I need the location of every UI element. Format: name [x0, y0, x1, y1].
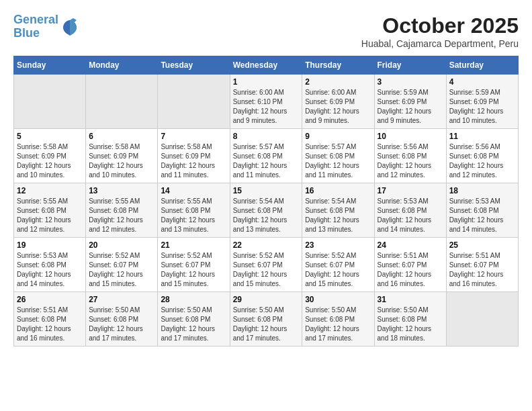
- weekday-header-monday: Monday: [86, 56, 158, 75]
- calendar-cell: 19Sunrise: 5:53 AM Sunset: 6:08 PM Dayli…: [14, 238, 86, 292]
- calendar-cell: 9Sunrise: 5:57 AM Sunset: 6:08 PM Daylig…: [302, 129, 374, 183]
- calendar-cell: 18Sunrise: 5:53 AM Sunset: 6:08 PM Dayli…: [446, 183, 518, 238]
- calendar-cell: 4Sunrise: 5:59 AM Sunset: 6:09 PM Daylig…: [446, 75, 518, 129]
- calendar-cell: 2Sunrise: 6:00 AM Sunset: 6:09 PM Daylig…: [302, 75, 374, 129]
- weekday-header-saturday: Saturday: [446, 56, 518, 75]
- day-number: 5: [17, 132, 83, 141]
- day-number: 27: [89, 295, 154, 304]
- calendar-cell: [446, 292, 518, 347]
- calendar-cell: 23Sunrise: 5:52 AM Sunset: 6:07 PM Dayli…: [302, 238, 374, 292]
- day-info: Sunrise: 5:54 AM Sunset: 6:08 PM Dayligh…: [305, 197, 371, 234]
- page-header: GeneralBlue October 2025 Huabal, Cajamar…: [13, 13, 519, 49]
- day-info: Sunrise: 5:55 AM Sunset: 6:08 PM Dayligh…: [89, 197, 154, 234]
- day-number: 8: [233, 132, 300, 141]
- day-number: 22: [233, 240, 300, 250]
- day-info: Sunrise: 5:50 AM Sunset: 6:08 PM Dayligh…: [233, 306, 300, 343]
- calendar-cell: 14Sunrise: 5:55 AM Sunset: 6:08 PM Dayli…: [158, 183, 230, 238]
- day-info: Sunrise: 5:50 AM Sunset: 6:08 PM Dayligh…: [89, 306, 154, 343]
- day-info: Sunrise: 5:50 AM Sunset: 6:08 PM Dayligh…: [378, 306, 443, 343]
- day-number: 21: [161, 240, 226, 250]
- week-row-1: 1Sunrise: 6:00 AM Sunset: 6:10 PM Daylig…: [14, 75, 519, 129]
- day-number: 16: [305, 186, 371, 195]
- week-row-2: 5Sunrise: 5:58 AM Sunset: 6:09 PM Daylig…: [14, 129, 519, 183]
- calendar-cell: 10Sunrise: 5:56 AM Sunset: 6:08 PM Dayli…: [374, 129, 446, 183]
- weekday-header-tuesday: Tuesday: [158, 56, 230, 75]
- day-info: Sunrise: 6:00 AM Sunset: 6:09 PM Dayligh…: [305, 88, 371, 126]
- day-info: Sunrise: 5:53 AM Sunset: 6:08 PM Dayligh…: [17, 251, 83, 289]
- day-info: Sunrise: 5:53 AM Sunset: 6:08 PM Dayligh…: [449, 197, 515, 234]
- logo: GeneralBlue: [13, 13, 80, 40]
- calendar-cell: 26Sunrise: 5:51 AM Sunset: 6:08 PM Dayli…: [14, 292, 86, 347]
- day-info: Sunrise: 5:56 AM Sunset: 6:08 PM Dayligh…: [449, 142, 515, 180]
- day-number: 10: [378, 132, 443, 141]
- location: Huabal, Cajamarca Department, Peru: [361, 38, 519, 49]
- day-info: Sunrise: 5:52 AM Sunset: 6:07 PM Dayligh…: [161, 251, 226, 289]
- day-number: 9: [305, 132, 371, 141]
- day-number: 12: [17, 186, 83, 195]
- logo-icon: [60, 17, 80, 37]
- day-number: 14: [161, 186, 226, 195]
- day-info: Sunrise: 5:58 AM Sunset: 6:09 PM Dayligh…: [17, 142, 83, 180]
- calendar-cell: 12Sunrise: 5:55 AM Sunset: 6:08 PM Dayli…: [14, 183, 86, 238]
- day-info: Sunrise: 5:56 AM Sunset: 6:08 PM Dayligh…: [378, 142, 443, 180]
- calendar-cell: [14, 75, 86, 129]
- weekday-header-sunday: Sunday: [14, 56, 86, 75]
- day-number: 26: [17, 295, 83, 304]
- weekday-header-row: SundayMondayTuesdayWednesdayThursdayFrid…: [14, 56, 519, 75]
- week-row-4: 19Sunrise: 5:53 AM Sunset: 6:08 PM Dayli…: [14, 238, 519, 292]
- day-info: Sunrise: 6:00 AM Sunset: 6:10 PM Dayligh…: [233, 88, 300, 126]
- calendar-cell: 31Sunrise: 5:50 AM Sunset: 6:08 PM Dayli…: [374, 292, 446, 347]
- day-number: 13: [89, 186, 154, 195]
- calendar-cell: 21Sunrise: 5:52 AM Sunset: 6:07 PM Dayli…: [158, 238, 230, 292]
- calendar-cell: 3Sunrise: 5:59 AM Sunset: 6:09 PM Daylig…: [374, 75, 446, 129]
- day-info: Sunrise: 5:50 AM Sunset: 6:08 PM Dayligh…: [161, 306, 226, 343]
- calendar-cell: 30Sunrise: 5:50 AM Sunset: 6:08 PM Dayli…: [302, 292, 374, 347]
- day-info: Sunrise: 5:55 AM Sunset: 6:08 PM Dayligh…: [17, 197, 83, 234]
- day-info: Sunrise: 5:51 AM Sunset: 6:07 PM Dayligh…: [449, 251, 515, 289]
- calendar-cell: 1Sunrise: 6:00 AM Sunset: 6:10 PM Daylig…: [230, 75, 302, 129]
- day-number: 11: [449, 132, 515, 141]
- day-info: Sunrise: 5:53 AM Sunset: 6:08 PM Dayligh…: [378, 197, 443, 234]
- day-number: 3: [378, 77, 443, 87]
- day-number: 4: [449, 77, 515, 87]
- day-number: 18: [449, 186, 515, 195]
- day-info: Sunrise: 5:51 AM Sunset: 6:08 PM Dayligh…: [17, 306, 83, 343]
- day-info: Sunrise: 5:57 AM Sunset: 6:08 PM Dayligh…: [233, 142, 300, 180]
- day-info: Sunrise: 5:50 AM Sunset: 6:08 PM Dayligh…: [305, 306, 371, 343]
- day-number: 7: [161, 132, 226, 141]
- day-number: 30: [305, 295, 371, 304]
- calendar-cell: 5Sunrise: 5:58 AM Sunset: 6:09 PM Daylig…: [14, 129, 86, 183]
- day-info: Sunrise: 5:58 AM Sunset: 6:09 PM Dayligh…: [161, 142, 226, 180]
- calendar-cell: 28Sunrise: 5:50 AM Sunset: 6:08 PM Dayli…: [158, 292, 230, 347]
- day-number: 2: [305, 77, 371, 87]
- day-number: 1: [233, 77, 300, 87]
- day-number: 24: [378, 240, 443, 250]
- calendar-cell: 8Sunrise: 5:57 AM Sunset: 6:08 PM Daylig…: [230, 129, 302, 183]
- weekday-header-wednesday: Wednesday: [230, 56, 302, 75]
- day-info: Sunrise: 5:59 AM Sunset: 6:09 PM Dayligh…: [378, 88, 443, 126]
- calendar-cell: 25Sunrise: 5:51 AM Sunset: 6:07 PM Dayli…: [446, 238, 518, 292]
- calendar-cell: 7Sunrise: 5:58 AM Sunset: 6:09 PM Daylig…: [158, 129, 230, 183]
- day-info: Sunrise: 5:54 AM Sunset: 6:08 PM Dayligh…: [233, 197, 300, 234]
- day-info: Sunrise: 5:51 AM Sunset: 6:07 PM Dayligh…: [378, 251, 443, 289]
- day-info: Sunrise: 5:57 AM Sunset: 6:08 PM Dayligh…: [305, 142, 371, 180]
- calendar-cell: 15Sunrise: 5:54 AM Sunset: 6:08 PM Dayli…: [230, 183, 302, 238]
- calendar-cell: 20Sunrise: 5:52 AM Sunset: 6:07 PM Dayli…: [86, 238, 158, 292]
- day-number: 29: [233, 295, 300, 304]
- day-info: Sunrise: 5:58 AM Sunset: 6:09 PM Dayligh…: [89, 142, 154, 180]
- calendar-cell: [86, 75, 158, 129]
- day-number: 20: [89, 240, 154, 250]
- calendar-cell: [158, 75, 230, 129]
- day-info: Sunrise: 5:52 AM Sunset: 6:07 PM Dayligh…: [233, 251, 300, 289]
- day-number: 17: [378, 186, 443, 195]
- day-info: Sunrise: 5:52 AM Sunset: 6:07 PM Dayligh…: [305, 251, 371, 289]
- day-number: 28: [161, 295, 226, 304]
- day-number: 6: [89, 132, 154, 141]
- month-title: October 2025: [361, 13, 519, 38]
- weekday-header-friday: Friday: [374, 56, 446, 75]
- day-info: Sunrise: 5:55 AM Sunset: 6:08 PM Dayligh…: [161, 197, 226, 234]
- day-number: 23: [305, 240, 371, 250]
- day-number: 15: [233, 186, 300, 195]
- title-block: October 2025 Huabal, Cajamarca Departmen…: [361, 13, 519, 49]
- day-info: Sunrise: 5:52 AM Sunset: 6:07 PM Dayligh…: [89, 251, 154, 289]
